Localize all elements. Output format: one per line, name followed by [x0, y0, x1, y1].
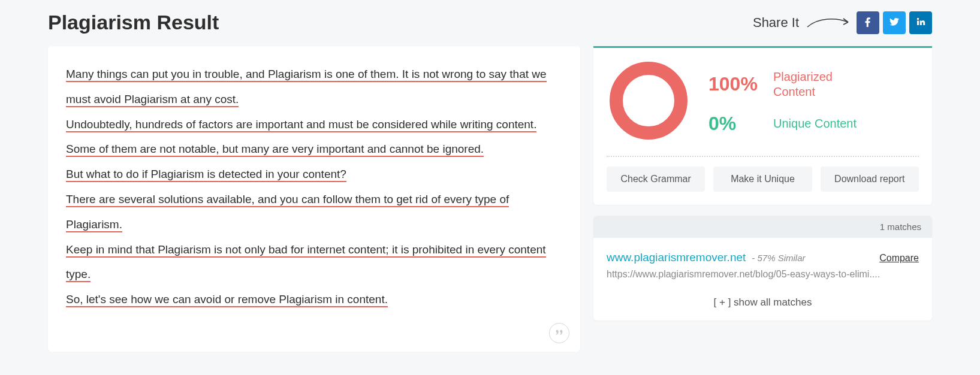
- plagiarized-sentence[interactable]: So, let's see how we can avoid or remove…: [66, 293, 388, 307]
- page-title: Plagiarism Result: [48, 11, 219, 34]
- plagiarism-donut-chart: [607, 59, 690, 145]
- plagiarized-sentence[interactable]: Many things can put you in trouble, and …: [66, 68, 547, 107]
- match-domain-link[interactable]: www.plagiarismremover.net: [607, 251, 746, 264]
- linkedin-icon: [915, 16, 926, 29]
- svg-point-0: [616, 68, 681, 133]
- analyzed-text: Many things can put you in trouble, and …: [66, 62, 562, 312]
- twitter-icon: [889, 16, 900, 29]
- plagiarized-sentence[interactable]: Keep in mind that Plagiarism is not only…: [66, 243, 546, 283]
- unique-percent: 0%: [708, 113, 762, 135]
- share-block: Share It: [753, 11, 932, 34]
- plagiarized-sentence[interactable]: Undoubtedly, hundreds of factors are imp…: [66, 118, 536, 132]
- quote-button[interactable]: [549, 323, 569, 343]
- plagiarized-sentence[interactable]: There are several solutions available, a…: [66, 193, 509, 232]
- check-grammar-button[interactable]: Check Grammar: [607, 167, 705, 192]
- match-url: https://www.plagiarismremover.net/blog/0…: [607, 269, 919, 280]
- arrow-icon: [806, 15, 853, 31]
- make-unique-button[interactable]: Make it Unique: [713, 167, 812, 192]
- plagiarized-percent: 100%: [708, 73, 762, 95]
- unique-label: Unique Content: [773, 116, 857, 131]
- match-item: www.plagiarismremover.net - 57% Similar …: [593, 238, 932, 286]
- plagiarized-sentence[interactable]: But what to do if Plagiarism is detected…: [66, 168, 346, 182]
- content-card: Many things can put you in trouble, and …: [48, 46, 580, 352]
- plagiarized-label: Plagiarized Content: [773, 69, 857, 99]
- plagiarized-sentence[interactable]: Some of them are not notable, but many a…: [66, 143, 484, 157]
- twitter-share-button[interactable]: [883, 11, 906, 34]
- stats-card: 100% Plagiarized Content 0% Unique Conte…: [593, 46, 932, 205]
- share-it-label: Share It: [753, 15, 799, 31]
- dotted-divider: [607, 156, 919, 157]
- matches-card: 1 matches www.plagiarismremover.net - 57…: [593, 216, 932, 320]
- facebook-share-button[interactable]: [857, 11, 879, 34]
- matches-count: 1 matches: [593, 216, 932, 238]
- match-similarity: - 57% Similar: [752, 253, 805, 263]
- quote-icon: [554, 327, 564, 339]
- download-report-button[interactable]: Download report: [821, 167, 919, 192]
- linkedin-share-button[interactable]: [909, 11, 932, 34]
- facebook-icon: [863, 16, 873, 29]
- compare-link[interactable]: Compare: [879, 253, 919, 264]
- show-all-matches-button[interactable]: [ + ] show all matches: [593, 286, 932, 320]
